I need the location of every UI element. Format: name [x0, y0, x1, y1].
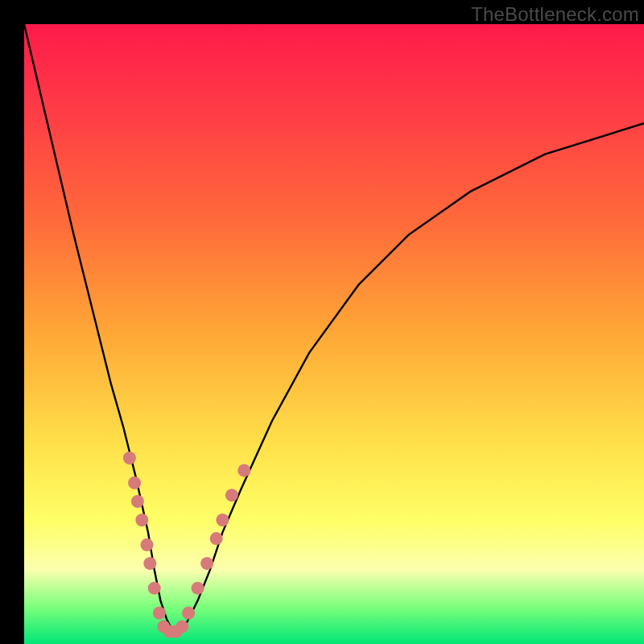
bottleneck-curve	[24, 24, 644, 632]
chart-frame: TheBottleneck.com	[0, 0, 644, 644]
curve-markers	[123, 452, 250, 638]
curve-marker	[153, 607, 166, 620]
plot-area	[24, 24, 644, 644]
curve-marker	[210, 532, 223, 545]
curve-marker	[131, 495, 144, 508]
curve-marker	[216, 514, 229, 526]
watermark-text: TheBottleneck.com	[471, 3, 639, 26]
curve-marker	[143, 557, 156, 570]
curve-marker	[148, 582, 161, 595]
curve-marker	[200, 557, 213, 570]
curve-marker	[175, 620, 188, 633]
curve-marker	[135, 514, 148, 526]
curve-marker	[182, 607, 195, 620]
curve-marker	[225, 489, 238, 502]
curve-marker	[128, 477, 141, 489]
curve-marker	[123, 452, 136, 464]
curve-marker	[192, 582, 204, 595]
curve-marker	[141, 539, 154, 551]
curve-marker	[237, 464, 250, 477]
chart-svg	[24, 24, 644, 644]
